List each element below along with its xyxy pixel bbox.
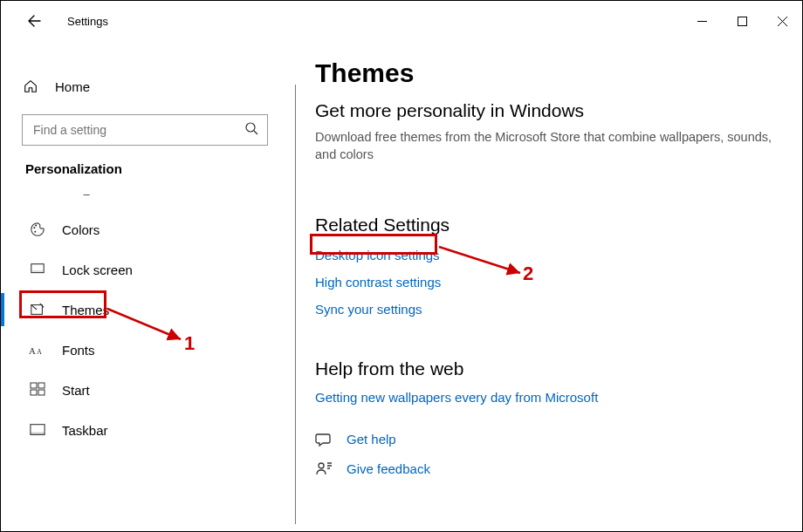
sidebar-item-label: Start xyxy=(62,383,90,398)
svg-point-1 xyxy=(246,123,255,132)
window-controls xyxy=(682,7,802,35)
start-icon xyxy=(29,381,46,399)
svg-text:A: A xyxy=(37,348,42,356)
lock-screen-icon xyxy=(29,261,46,278)
link-high-contrast-settings[interactable]: High contrast settings xyxy=(315,275,778,290)
give-feedback-link[interactable]: Give feedback xyxy=(347,461,430,476)
search-input[interactable] xyxy=(31,122,244,138)
subheading: Get more personality in Windows xyxy=(315,100,778,121)
feedback-row: Give feedback xyxy=(315,460,778,478)
svg-rect-11 xyxy=(38,383,45,388)
minimize-button[interactable] xyxy=(682,7,722,35)
get-help-row: Get help xyxy=(315,431,778,448)
description: Download free themes from the Microsoft … xyxy=(315,128,778,164)
feedback-icon xyxy=(315,460,333,478)
svg-point-16 xyxy=(319,463,324,468)
titlebar: Settings xyxy=(1,1,802,41)
arrow-left-icon xyxy=(27,14,41,28)
search-icon xyxy=(244,121,258,139)
sidebar-item-themes[interactable]: Themes xyxy=(22,290,278,330)
sidebar-item-partial[interactable]: ‒ xyxy=(22,183,278,204)
help-section: Help from the web Getting new wallpapers… xyxy=(315,358,778,478)
sidebar-item-label: Themes xyxy=(62,303,109,317)
sidebar-item-label: Taskbar xyxy=(62,423,108,438)
sidebar-section-label: Personalization xyxy=(25,161,278,176)
fonts-icon: AA xyxy=(29,341,46,358)
svg-point-3 xyxy=(35,225,37,227)
sidebar-home-label: Home xyxy=(55,79,90,94)
sidebar: Home Personalization ‒ Colors Lock scree… xyxy=(1,41,296,532)
app-title: Settings xyxy=(67,15,108,28)
page-title: Themes xyxy=(315,58,778,88)
sidebar-nav-list: Colors Lock screen Themes AA Fonts xyxy=(22,209,278,450)
search-box[interactable] xyxy=(22,114,268,146)
chat-icon xyxy=(315,431,333,448)
sidebar-item-start[interactable]: Start xyxy=(22,370,278,410)
home-icon xyxy=(22,78,39,95)
close-button[interactable] xyxy=(762,7,802,35)
svg-rect-0 xyxy=(738,17,746,25)
help-section-title: Help from the web xyxy=(315,358,778,379)
link-sync-your-settings[interactable]: Sync your settings xyxy=(315,302,778,317)
sidebar-item-taskbar[interactable]: Taskbar xyxy=(22,410,278,450)
svg-point-2 xyxy=(34,227,36,228)
sidebar-item-lock-screen[interactable]: Lock screen xyxy=(22,249,278,290)
back-button[interactable] xyxy=(25,12,43,30)
sidebar-item-label: Colors xyxy=(62,222,100,237)
sidebar-home[interactable]: Home xyxy=(22,67,278,106)
svg-point-4 xyxy=(34,231,36,233)
related-settings-section: Related Settings Desktop icon settings H… xyxy=(315,215,778,317)
get-help-link[interactable]: Get help xyxy=(347,432,396,447)
close-icon xyxy=(778,17,787,26)
svg-text:A: A xyxy=(29,345,36,356)
svg-rect-13 xyxy=(38,390,45,395)
palette-icon xyxy=(29,221,46,238)
maximize-button[interactable] xyxy=(722,7,762,35)
sidebar-item-colors[interactable]: Colors xyxy=(22,209,278,249)
svg-rect-12 xyxy=(31,390,37,395)
minimize-icon xyxy=(697,17,707,26)
sidebar-divider xyxy=(295,85,296,524)
svg-rect-15 xyxy=(31,433,45,435)
svg-rect-10 xyxy=(31,383,37,388)
sidebar-item-label: Lock screen xyxy=(62,263,133,277)
main-content: Themes Get more personality in Windows D… xyxy=(296,41,802,532)
sidebar-item-fonts[interactable]: AA Fonts xyxy=(22,330,278,370)
link-help-wallpapers[interactable]: Getting new wallpapers every day from Mi… xyxy=(315,390,778,405)
sidebar-item-label: Fonts xyxy=(62,343,95,358)
maximize-icon xyxy=(738,17,747,26)
themes-icon xyxy=(29,301,46,318)
taskbar-icon xyxy=(29,421,46,439)
svg-rect-6 xyxy=(32,270,44,273)
link-desktop-icon-settings[interactable]: Desktop icon settings xyxy=(315,248,778,263)
related-settings-title: Related Settings xyxy=(315,215,778,235)
